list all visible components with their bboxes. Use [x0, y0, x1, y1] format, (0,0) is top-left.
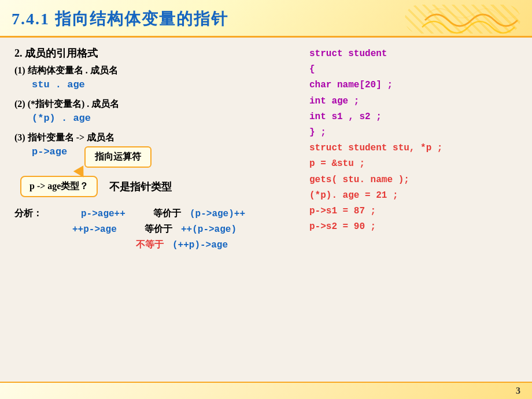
analysis-row2-eq: 等价于	[145, 223, 172, 235]
left-panel: 2. 成员的引用格式 (1) 结构体变量名 . 成员名 stu . age (2…	[14, 46, 298, 373]
code-int-age: int age ;	[309, 96, 359, 106]
analysis-row1: 分析： p->age++ 等价于 (p->age)++	[14, 208, 292, 220]
analysis-row1-eq: 等价于	[153, 208, 181, 220]
page-number: 3	[516, 386, 520, 396]
code-line11: p->s1 = 87 ;	[309, 204, 518, 219]
not-pointer-text: 不是指针类型	[109, 180, 172, 194]
item2-code: (*p) . age	[32, 113, 292, 124]
tooltip-box: 指向运算符	[84, 146, 152, 168]
analysis-row2-right: ++(p->age)	[181, 224, 237, 235]
header-title: 7.4.1 指向结构体变量的指针	[12, 8, 228, 30]
code-brace-close: } ;	[309, 127, 326, 138]
code-line10: (*p). age = 21 ;	[309, 188, 518, 204]
code-student-keyword: student	[348, 49, 387, 59]
code-line7: struct student stu, *p ;	[309, 141, 518, 156]
code-line3: char name[20] ;	[309, 77, 518, 93]
analysis-section: 分析： p->age++ 等价于 (p->age)++ ++p->age 等价于…	[14, 208, 292, 251]
main-content: 2. 成员的引用格式 (1) 结构体变量名 . 成员名 stu . age (2…	[0, 38, 532, 382]
code-line9: gets( stu. name );	[309, 172, 518, 188]
question-box: p -> age类型？	[20, 176, 98, 197]
item3-code: p->age	[32, 146, 67, 157]
analysis-row3-notequal: 不等于	[136, 239, 164, 251]
code-line2: {	[309, 62, 518, 77]
header-decoration	[419, 3, 523, 35]
code-char-name: char name[20] ;	[309, 80, 393, 90]
analysis-row1-right: (p->age)++	[190, 209, 245, 219]
analysis-row3-right: (++p)->age	[172, 240, 228, 250]
code-p-age: (*p). age = 21 ;	[309, 190, 398, 201]
footer: 3	[0, 382, 532, 399]
code-brace-open: {	[309, 64, 315, 75]
code-line6: } ;	[309, 125, 518, 141]
tooltip-text: 指向运算符	[95, 152, 141, 161]
question-text: p -> age类型？	[29, 181, 88, 191]
code-line4: int age ;	[309, 94, 518, 109]
item3-title: (3) 指针变量名 -> 成员名	[14, 132, 292, 144]
code-gets: gets( stu. name );	[309, 175, 409, 185]
item1: (1) 结构体变量名 . 成员名 stu . age	[14, 65, 292, 90]
analysis-row2: ++p->age 等价于 ++(p->age)	[72, 223, 292, 235]
header: 7.4.1 指向结构体变量的指针	[0, 0, 532, 38]
code-line8: p = &stu ;	[309, 156, 518, 172]
item1-title: (1) 结构体变量名 . 成员名	[14, 65, 292, 77]
analysis-row3: 不等于 (++p)->age	[136, 239, 292, 251]
code-line5: int s1 , s2 ;	[309, 109, 518, 125]
right-panel: struct student { char name[20] ; int age…	[309, 46, 518, 373]
section-title: 2. 成员的引用格式	[14, 46, 292, 60]
analysis-label: 分析：	[14, 208, 72, 220]
item3: (3) 指针变量名 -> 成员名 p->age 指向运算符	[14, 132, 292, 168]
code-struct-student-stu: struct student stu, *p ;	[309, 143, 442, 153]
code-line12: p->s2 = 90 ;	[309, 219, 518, 235]
question-row: p -> age类型？ 不是指针类型	[20, 176, 292, 197]
code-line1: struct student	[309, 46, 518, 62]
item1-code: stu . age	[32, 79, 292, 90]
code-struct-keyword: struct	[309, 49, 343, 59]
analysis-row1-left: p->age++	[81, 209, 145, 219]
item2: (2) (*指针变量名) . 成员名 (*p) . age	[14, 98, 292, 124]
code-p-s1: p->s1 = 87 ;	[309, 206, 376, 216]
item2-title: (2) (*指针变量名) . 成员名	[14, 98, 292, 110]
code-int-s1s2: int s1 , s2 ;	[309, 112, 382, 122]
code-p-assign: p = &stu ;	[309, 158, 365, 169]
code-p-s2: p->s2 = 90 ;	[309, 221, 376, 232]
analysis-row2-left: ++p->age	[72, 224, 136, 235]
